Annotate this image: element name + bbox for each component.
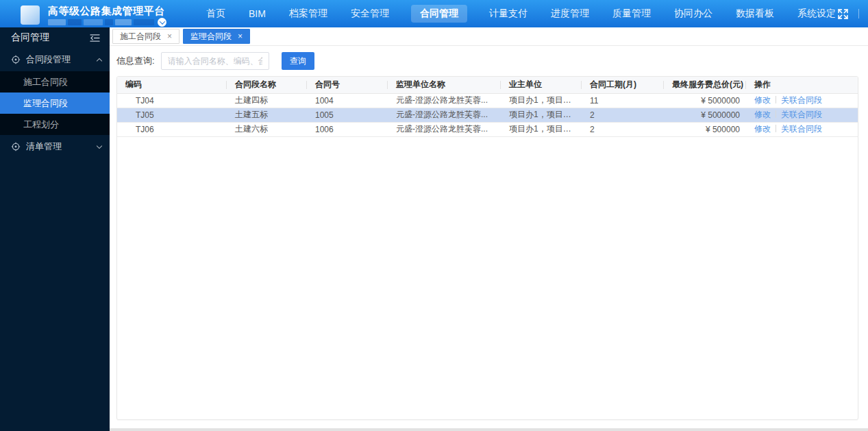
cell-code: TJ05 — [117, 108, 227, 122]
sidebar-item-supervision-contract[interactable]: 监理合同段 — [0, 93, 110, 114]
title-block: 高等级公路集成管理平台 — [48, 5, 166, 26]
cell-name: 土建五标 — [227, 108, 307, 122]
search-label: 信息查询: — [116, 55, 155, 67]
link-contract-section-link[interactable]: 关联合同段 — [781, 95, 822, 105]
table-row[interactable]: TJ06 土建六标 1006 元盛-澄源公路龙胜芙蓉... 项目办1，项目办21… — [117, 122, 858, 136]
cell-contract-no: 1004 — [307, 93, 388, 108]
cell-duration: 2 — [582, 122, 664, 136]
edit-link[interactable]: 修改 — [754, 110, 771, 119]
link-contract-section-link[interactable]: 关联合同段 — [781, 124, 822, 134]
cell-actions: 修改关联合同段 — [746, 93, 858, 108]
nav-item-archives[interactable]: 档案管理 — [288, 5, 329, 23]
cell-supervisor: 元盛-澄源公路龙胜芙蓉... — [388, 93, 501, 108]
bottom-strip — [110, 428, 868, 431]
cell-price: ¥ 5000000 — [664, 108, 746, 122]
header-divider — [858, 9, 859, 19]
nav-item-dashboard[interactable]: 数据看板 — [734, 5, 776, 23]
sidebar-item-list-mgmt[interactable]: 清单管理 — [0, 135, 110, 158]
cell-contract-no: 1006 — [307, 122, 388, 136]
cell-supervisor: 元盛-澄源公路龙胜芙蓉... — [388, 122, 501, 136]
tab-bar: 施工合同段 × 监理合同段 × — [110, 27, 868, 46]
gear-icon — [11, 142, 21, 151]
edit-link[interactable]: 修改 — [754, 124, 771, 134]
tab-label: 监理合同段 — [190, 31, 232, 42]
col-header-code: 编码 — [117, 77, 227, 93]
sidebar: 合同管理 合同段管理 施工合同段 监理合同段 工程划分 清单管理 — [0, 27, 110, 431]
nav-item-measurement-pay[interactable]: 计量支付 — [488, 5, 529, 23]
cell-code: TJ06 — [117, 122, 227, 136]
logo-area: 高等级公路集成管理平台 — [0, 2, 195, 26]
col-header-supervisor: 监理单位名称 — [388, 77, 501, 93]
tab-label: 施工合同段 — [120, 31, 161, 42]
cell-actions: 修改关联合同段 — [746, 108, 858, 122]
sidebar-item-label: 合同段管理 — [26, 53, 97, 66]
nav-item-settings[interactable]: 系统设定 — [796, 5, 837, 23]
chevron-down-icon — [97, 143, 102, 149]
nav-item-progress[interactable]: 进度管理 — [549, 5, 591, 23]
nav-item-collaboration[interactable]: 协同办公 — [673, 5, 714, 23]
nav-item-safety[interactable]: 安全管理 — [349, 5, 390, 23]
col-header-name: 合同段名称 — [227, 77, 307, 93]
tab-construction-contract[interactable]: 施工合同段 × — [112, 29, 179, 44]
cell-price: ¥ 500000 — [664, 122, 746, 136]
submenu-contract-sections: 施工合同段 监理合同段 工程划分 — [0, 71, 110, 135]
nav-item-quality[interactable]: 质量管理 — [611, 5, 652, 23]
tab-supervision-contract[interactable]: 监理合同段 × — [183, 29, 250, 44]
col-header-actions: 操作 — [746, 77, 858, 93]
cell-code: TJ04 — [117, 93, 227, 108]
sidebar-header: 合同管理 — [0, 27, 110, 48]
table-panel: 编码 合同段名称 合同号 监理单位名称 业主单位 合同工期(月) 最终服务费总价… — [116, 76, 858, 420]
cell-contract-no: 1005 — [307, 108, 388, 122]
close-icon[interactable]: × — [167, 32, 172, 40]
col-header-contract-no: 合同号 — [307, 77, 388, 93]
search-input[interactable] — [161, 52, 269, 70]
menu-fold-icon[interactable] — [90, 34, 100, 42]
col-header-price: 最终服务费总价(元) — [664, 77, 746, 93]
sidebar-item-construction-contract[interactable]: 施工合同段 — [0, 71, 110, 93]
top-navbar: 高等级公路集成管理平台 首页 BIM 档案管理 安全管理 合同管理 计量支付 进… — [0, 0, 868, 27]
cell-supervisor: 元盛-澄源公路龙胜芙蓉... — [388, 108, 501, 122]
cell-owner: 项目办1，项目办21 — [501, 93, 582, 108]
col-header-duration: 合同工期(月) — [582, 77, 664, 93]
fullscreen-icon[interactable] — [837, 8, 849, 20]
chevron-down-icon[interactable] — [158, 18, 166, 27]
table-row[interactable]: TJ04 土建四标 1004 元盛-澄源公路龙胜芙蓉... 项目办1，项目办21… — [117, 93, 858, 108]
cell-owner: 项目办1，项目办21 — [501, 108, 582, 122]
cell-price: ¥ 5000000 — [664, 93, 746, 108]
main-nav: 首页 BIM 档案管理 安全管理 合同管理 计量支付 进度管理 质量管理 协同办… — [205, 5, 837, 23]
table-row[interactable]: TJ05 土建五标 1005 元盛-澄源公路龙胜芙蓉... 项目办1，项目办21… — [117, 108, 858, 122]
table-header-row: 编码 合同段名称 合同号 监理单位名称 业主单位 合同工期(月) 最终服务费总价… — [117, 77, 858, 93]
app-subtitle-redacted — [48, 19, 166, 26]
cell-actions: 修改关联合同段 — [746, 122, 858, 136]
cell-name: 土建四标 — [227, 93, 307, 108]
cell-duration: 2 — [582, 108, 664, 122]
search-row: 信息查询: 查询 — [110, 46, 868, 76]
nav-item-bim[interactable]: BIM — [247, 5, 267, 22]
gear-icon — [11, 55, 21, 64]
nav-item-home[interactable]: 首页 — [205, 5, 227, 23]
action-divider — [776, 125, 776, 132]
col-header-owner: 业主单位 — [501, 77, 582, 93]
action-divider — [776, 96, 776, 103]
sidebar-item-contract-section-mgmt[interactable]: 合同段管理 — [0, 48, 110, 71]
link-contract-section-link[interactable]: 关联合同段 — [781, 110, 822, 119]
sidebar-item-label: 清单管理 — [26, 140, 97, 153]
edit-link[interactable]: 修改 — [754, 95, 771, 105]
nav-item-contract[interactable]: 合同管理 — [411, 5, 467, 23]
header-right: 业主总工 — [837, 6, 868, 21]
close-icon[interactable]: × — [238, 32, 243, 40]
cell-duration: 11 — [582, 93, 664, 108]
sidebar-title: 合同管理 — [11, 32, 49, 44]
contracts-table: 编码 合同段名称 合同号 监理单位名称 业主单位 合同工期(月) 最终服务费总价… — [117, 77, 858, 137]
cell-owner: 项目办1，项目办21 — [501, 122, 582, 136]
sidebar-item-project-division[interactable]: 工程划分 — [0, 114, 110, 135]
cell-name: 土建六标 — [227, 122, 307, 136]
app-logo — [21, 5, 40, 25]
main-content: 施工合同段 × 监理合同段 × 信息查询: 查询 编码 合同段名称 合同号 监理… — [110, 27, 868, 431]
app-title: 高等级公路集成管理平台 — [48, 5, 166, 17]
chevron-up-icon — [97, 58, 102, 63]
search-button[interactable]: 查询 — [282, 52, 314, 70]
action-divider — [776, 110, 776, 118]
